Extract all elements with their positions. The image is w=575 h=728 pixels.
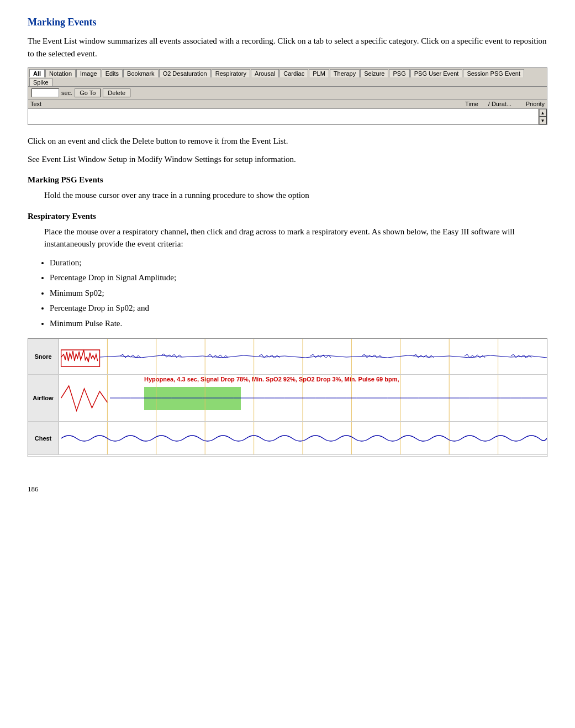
subsection2-title: Respiratory Events [28,212,547,221]
airflow-row: Airflow Hypopnea, 4.3 sec, Signal Drop 7… [28,375,547,422]
list-item: Duration; [50,256,547,270]
tab-therapy[interactable]: Therapy [330,69,360,77]
event-list-header: Text Time / Durat... Priority [28,99,547,109]
delete-button[interactable]: Delete [103,88,130,97]
tab-o2desaturation[interactable]: O2 Desaturation [159,69,211,77]
list-item: Minimum Sp02; [50,286,547,301]
subsection1-text: Hold the mouse cursor over any trace in … [44,189,547,202]
tab-image[interactable]: Image [76,69,101,77]
bullet-list: Duration; Percentage Drop in Signal Ampl… [50,256,547,331]
col-time-header: Time [434,101,478,107]
tab-notation[interactable]: Notation [45,69,76,77]
note2-text: See Event List Window Setup in Modify Wi… [28,153,547,166]
chest-signal-area [59,422,547,454]
col-priority-header: Priority [511,101,545,107]
tab-all[interactable]: All [29,69,45,77]
snore-svg [59,339,547,374]
scroll-down-button[interactable]: ▼ [539,117,547,124]
event-tabs: All Notation Image Edits Bookmark O2 Des… [28,68,547,87]
event-scrollbar[interactable]: ▲ ▼ [538,109,547,124]
snore-signal-area [59,339,547,374]
subsection2-text: Place the mouse over a respiratory chann… [44,226,547,250]
tab-cardiac[interactable]: Cardiac [279,69,308,77]
seconds-input[interactable] [31,88,59,97]
note1-text: Click on an event and click the Delete b… [28,135,547,148]
subsection1-title: Marking PSG Events [28,175,547,185]
airflow-label: Airflow [28,375,59,421]
tab-seizure[interactable]: Seizure [360,69,388,77]
page-number: 186 [28,485,547,494]
chest-label: Chest [28,422,59,454]
tab-edits[interactable]: Edits [102,69,123,77]
chest-svg [59,422,547,454]
col-duration-header: / Durat... [478,101,511,107]
list-item: Percentage Drop in Sp02; and [50,301,547,316]
chest-row: Chest [28,422,547,455]
tab-arousal[interactable]: Arousal [251,69,279,77]
list-item: Minimum Pulse Rate. [50,317,547,331]
tab-psg-user-event[interactable]: PSG User Event [410,69,463,77]
sec-label: sec. [61,90,72,96]
event-list-window: All Notation Image Edits Bookmark O2 Des… [28,67,547,125]
event-list-body: ▲ ▼ [28,109,547,124]
tab-respiratory[interactable]: Respiratory [212,69,250,77]
event-toolbar: sec. Go To Delete [28,87,547,99]
snore-row: Snore [28,339,547,375]
section-title: Marking Events [28,17,547,28]
tab-spike[interactable]: Spike [29,78,52,86]
goto-button[interactable]: Go To [75,88,101,97]
list-item: Percentage Drop in Signal Amplitude; [50,271,547,285]
airflow-svg [59,375,547,421]
tab-bookmark[interactable]: Bookmark [123,69,159,77]
tab-session-psg-event[interactable]: Session PSG Event [463,69,524,77]
tab-plm[interactable]: PLM [309,69,329,77]
airflow-signal-area: Hypopnea, 4.3 sec, Signal Drop 78%, Min.… [59,375,547,421]
col-text-header: Text [30,101,434,107]
signal-chart: Snore [28,338,547,457]
snore-label: Snore [28,339,59,374]
intro-text: The Event List window summarizes all eve… [28,35,547,60]
scroll-up-button[interactable]: ▲ [539,109,547,117]
tab-psg[interactable]: PSG [389,69,409,77]
